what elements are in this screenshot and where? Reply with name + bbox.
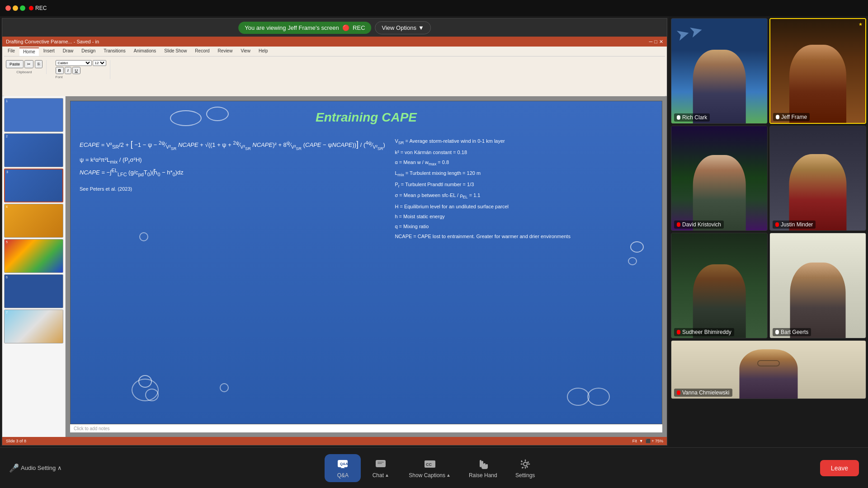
jeff-frame-video: ★ — [770, 19, 865, 123]
qa-button[interactable]: Q&A Q&A — [325, 454, 361, 482]
jeff-star-icon: ★ — [859, 22, 863, 27]
ribbon-tab-slideshow[interactable]: Slide Show — [160, 47, 190, 56]
ribbon-tab-file[interactable]: File — [4, 47, 19, 56]
annotation-circle-8 — [567, 388, 590, 406]
mic-icon-david — [677, 222, 680, 227]
slide-thumb-1[interactable]: 1 — [4, 98, 63, 132]
rich-clark-name-label: Rich Clark — [674, 113, 710, 122]
slide-thumb-6[interactable]: 6 — [4, 274, 63, 308]
slide-content: ECAPE = V²SR/2 + [ −1 − ψ − 2ψ⁄V²SR NCAP… — [71, 129, 662, 248]
participant-tile-bart-geerts: Bart Geerts — [769, 233, 866, 338]
ppt-titlebar: Drafting Convective Parame... - Saved - … — [2, 37, 667, 47]
bart-geerts-name-label: Bart Geerts — [773, 328, 811, 336]
david-kristovich-name-label: David Kristovich — [674, 221, 724, 229]
ribbon-tab-animations[interactable]: Animations — [130, 47, 160, 56]
italic-btn[interactable]: I — [65, 67, 71, 74]
slide-panel: 1 2 3 4 — [2, 96, 66, 437]
def-pr: Pr = Turbulent Prandtl number = 1/3 — [395, 179, 653, 191]
ppt-close-btn[interactable]: ✕ — [659, 39, 663, 45]
annotation-circle-4 — [628, 257, 637, 265]
leave-button[interactable]: Leave — [820, 460, 859, 476]
bold-btn[interactable]: B — [56, 67, 64, 74]
qa-label: Q&A — [337, 472, 349, 479]
justin-minder-video — [770, 126, 866, 231]
chevron-down-icon: ▼ — [418, 24, 424, 31]
ribbon-tab-view[interactable]: View — [237, 47, 254, 56]
captions-label: Show Captions — [409, 472, 445, 479]
ribbon-tab-insert[interactable]: Insert — [40, 47, 58, 56]
mic-icon-rich-clark — [677, 115, 680, 120]
slide-title: Entraining CAPE — [71, 101, 662, 129]
ribbon-tab-draw[interactable]: Draw — [59, 47, 77, 56]
raise-hand-button[interactable]: Raise Hand — [461, 454, 505, 482]
viewing-bar: You are viewing Jeff Frame's screen 🔴 RE… — [238, 21, 431, 34]
toolbar-left: 🎤 Audio Setting ∧ — [9, 463, 62, 473]
bart-person — [790, 263, 846, 338]
audio-setting-control[interactable]: 🎤 Audio Setting ∧ — [9, 463, 62, 473]
view-options-button[interactable]: View Options ▼ — [375, 21, 431, 34]
slide-thumb-4[interactable]: 4 — [4, 204, 63, 238]
ppt-minimize-btn[interactable]: ─ — [649, 39, 653, 45]
vanna-name-label: Vanna Chmielewski — [674, 389, 732, 397]
maximize-dot[interactable] — [20, 5, 25, 11]
chat-button[interactable]: Chat ▲ — [363, 454, 399, 482]
ribbon-tab-design[interactable]: Design — [78, 47, 99, 56]
mic-icon-jeff — [776, 115, 779, 119]
show-captions-button[interactable]: CC Show Captions ▲ — [401, 454, 459, 482]
qa-icon: Q&A — [336, 458, 349, 470]
slide-background: Entraining CAPE ECAPE = V²SR/2 + [ −1 − … — [71, 101, 662, 424]
viewing-text: You are viewing Jeff Frame's screen — [245, 24, 339, 31]
font-family-select[interactable]: Calibri — [56, 60, 92, 66]
annotation-circle-10 — [220, 383, 229, 392]
svg-rect-7 — [480, 460, 481, 467]
nature-decoration: ➤➤ — [674, 20, 705, 45]
david-kristovich-video — [671, 126, 767, 231]
bart-video — [770, 233, 866, 338]
ncape-formula: NCAPE = −∫ELLFC (g/cpdT0)(h̃0 − h*0)dz — [80, 168, 390, 177]
slide-notes-bar: Click to add notes — [70, 424, 662, 432]
settings-button[interactable]: Settings — [507, 454, 543, 482]
slide-thumb-7[interactable]: 7 — [4, 310, 63, 343]
window-controls — [5, 5, 25, 11]
audio-arrow-icon: ∧ — [57, 465, 62, 471]
font-size-select[interactable]: 12 — [93, 60, 106, 66]
minimize-dot[interactable] — [13, 5, 18, 11]
ribbon-tab-home[interactable]: Home — [19, 47, 39, 56]
ribbon-tab-record[interactable]: Record — [191, 47, 213, 56]
sudheer-name-label: Sudheer Bhimireddy — [674, 328, 734, 336]
ppt-maximize-btn[interactable]: □ — [654, 39, 657, 45]
def-sigma: σ = Mean ρ between sfc-EL / ρEL = 1.1 — [395, 190, 653, 202]
citation-text: See Peters et al. (2023) — [80, 186, 390, 192]
ribbon-copy-btn[interactable]: ⎘ — [35, 60, 42, 68]
ribbon-paste-btn[interactable]: Paste — [6, 60, 24, 68]
app-container: REC You are viewing Jeff Frame's screen … — [0, 0, 868, 488]
chat-label: Chat — [373, 472, 384, 479]
captions-icon: CC — [424, 458, 436, 470]
ribbon-tab-review[interactable]: Review — [214, 47, 236, 56]
bart-geerts-name: Bart Geerts — [781, 329, 808, 335]
ribbon-cut-btn[interactable]: ✂ — [24, 60, 33, 68]
justin-person — [789, 154, 846, 230]
annotation-circle-1 — [170, 110, 202, 126]
definitions-block: VSR = Average storm-relative wind in 0-1… — [395, 136, 653, 241]
slide-thumb-5[interactable]: 5 — [4, 239, 63, 273]
slide-thumb-2[interactable]: 2 — [4, 133, 63, 167]
def-alpha: α = Mean w / wmax = 0.8 — [395, 157, 653, 169]
svg-point-8 — [524, 462, 527, 466]
annotation-circle-7 — [145, 389, 159, 401]
toolbar-right: Leave — [820, 460, 859, 476]
glasses-shape — [757, 360, 780, 366]
bottom-toolbar: 🎤 Audio Setting ∧ Q&A Q&A — [0, 447, 868, 488]
rec-label: REC — [35, 5, 47, 11]
participant-tile-sudheer: Sudheer Bhimireddy — [671, 233, 768, 338]
ppt-ribbon-tabs: File Home Insert Draw Design Transitions… — [4, 47, 665, 56]
justin-minder-name: Justin Minder — [781, 221, 813, 228]
underline-btn[interactable]: U — [72, 67, 81, 74]
ribbon-tab-transitions[interactable]: Transitions — [100, 47, 129, 56]
david-kristovich-name: David Kristovich — [682, 221, 721, 228]
slide-thumb-3[interactable]: 3 — [4, 169, 63, 202]
participant-tile-justin-minder: Justin Minder — [769, 126, 866, 231]
ribbon-tab-help[interactable]: Help — [255, 47, 272, 56]
close-dot[interactable] — [5, 5, 11, 11]
ribbon-content: Paste ✂ ⎘ Clipboard Cali — [4, 56, 665, 96]
